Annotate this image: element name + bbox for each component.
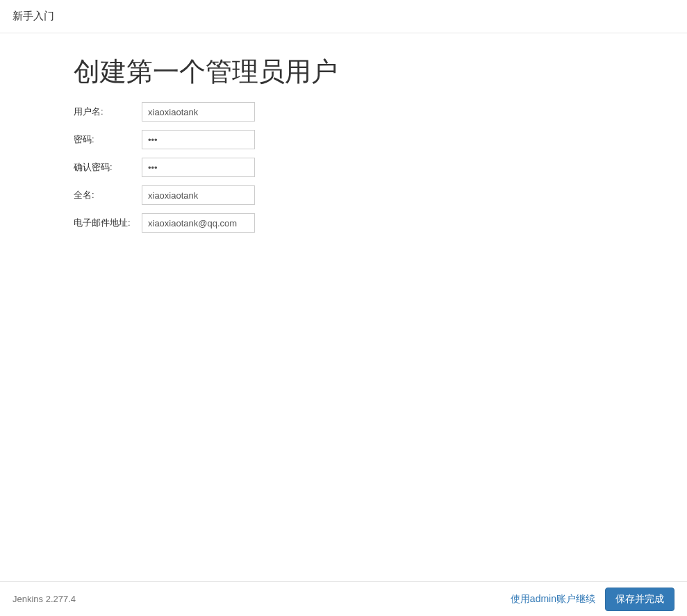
- fullname-input[interactable]: [142, 185, 255, 205]
- page-title: 创建第一个管理员用户: [74, 54, 687, 90]
- form-row-email: 电子邮件地址:: [74, 213, 687, 233]
- main-content: 创建第一个管理员用户 用户名: 密码: 确认密码: 全名: 电子邮件地址:: [0, 33, 687, 233]
- confirm-password-label: 确认密码:: [74, 161, 142, 174]
- form-row-confirm-password: 确认密码:: [74, 158, 687, 177]
- form-row-fullname: 全名:: [74, 185, 687, 205]
- footer-actions: 使用admin账户继续 保存并完成: [511, 588, 674, 611]
- password-label: 密码:: [74, 133, 142, 146]
- footer-version: Jenkins 2.277.4: [13, 594, 76, 604]
- email-label: 电子邮件地址:: [74, 217, 142, 229]
- form-row-username: 用户名:: [74, 102, 687, 122]
- footer: Jenkins 2.277.4 使用admin账户继续 保存并完成: [0, 581, 687, 616]
- continue-as-admin-link[interactable]: 使用admin账户继续: [511, 593, 595, 606]
- header-title: 新手入门: [13, 10, 54, 22]
- username-label: 用户名:: [74, 106, 142, 118]
- email-input[interactable]: [142, 213, 255, 233]
- password-input[interactable]: [142, 130, 255, 149]
- form-row-password: 密码:: [74, 130, 687, 149]
- fullname-label: 全名:: [74, 189, 142, 201]
- save-and-finish-button[interactable]: 保存并完成: [605, 588, 674, 611]
- header: 新手入门: [0, 0, 687, 33]
- username-input[interactable]: [142, 102, 255, 122]
- confirm-password-input[interactable]: [142, 158, 255, 177]
